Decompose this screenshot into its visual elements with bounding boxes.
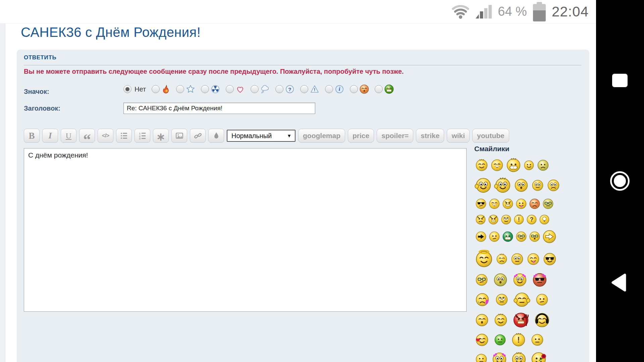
bbcode-youtube-button[interactable]: youtube xyxy=(472,129,509,143)
smiley-mutter[interactable] xyxy=(537,160,549,171)
format-quote-button[interactable]: “ xyxy=(79,129,95,143)
smiley-red-girl[interactable] xyxy=(533,273,547,287)
smiley-smug[interactable] xyxy=(476,159,488,171)
smiley-laugh-tongue[interactable] xyxy=(527,253,539,265)
smiley-skeptic[interactable] xyxy=(489,231,500,242)
smiley-angel[interactable] xyxy=(476,251,492,267)
icon-radio-info[interactable]: i xyxy=(325,84,344,94)
radio-button[interactable] xyxy=(176,85,184,93)
smiley-wide-eyes[interactable] xyxy=(532,180,543,191)
smilies-panel: Смайлики !?! xyxy=(474,145,578,362)
smiley-shock[interactable] xyxy=(515,179,528,192)
smiley-in-love[interactable] xyxy=(476,334,488,346)
smiley-cry[interactable] xyxy=(476,293,489,306)
smiley-search[interactable] xyxy=(511,253,523,265)
radio-button[interactable] xyxy=(201,85,209,93)
smiley-alarm[interactable]: ! xyxy=(512,333,525,347)
smiley-laugh[interactable] xyxy=(489,198,500,209)
smiley-annoyed[interactable] xyxy=(496,254,507,264)
bbcode-wiki-button[interactable]: wiki xyxy=(447,129,470,143)
icon-radio-heart[interactable] xyxy=(226,84,245,94)
smiley-worry[interactable] xyxy=(547,179,559,191)
smiley-look-up[interactable] xyxy=(496,294,508,306)
format-font-color-button[interactable] xyxy=(208,129,224,143)
smiley-groom[interactable] xyxy=(512,352,526,362)
radio-button[interactable] xyxy=(350,85,358,93)
smiley-green-grin[interactable] xyxy=(502,231,513,242)
smiley-evil-grin[interactable] xyxy=(488,215,498,225)
smiley-look-down[interactable] xyxy=(476,354,487,362)
font-size-select[interactable]: Нормальный ▼ xyxy=(227,130,296,142)
smiley-thumbs-up[interactable] xyxy=(515,292,529,307)
smiley-professor[interactable] xyxy=(529,231,540,242)
smiley-whistle[interactable] xyxy=(476,314,488,326)
format-image-button[interactable] xyxy=(171,129,187,143)
smiley-biggrin[interactable] xyxy=(491,159,503,171)
icon-radio-warning[interactable]: ! xyxy=(300,84,319,94)
smiley-smirk2[interactable] xyxy=(536,294,548,306)
smiley-bride[interactable] xyxy=(492,352,506,362)
smiley-blush[interactable] xyxy=(529,198,540,209)
smiley-geek[interactable] xyxy=(516,231,527,242)
radio-button[interactable] xyxy=(375,85,383,93)
radio-button[interactable] xyxy=(123,85,131,93)
format-asterisk-button[interactable]: ∗ xyxy=(153,129,169,143)
smiley-cute-smile[interactable] xyxy=(494,314,507,326)
smiley-sunglasses[interactable] xyxy=(543,253,556,265)
radio-button[interactable] xyxy=(251,85,259,93)
radio-button[interactable] xyxy=(226,85,234,93)
smiley-shock2[interactable] xyxy=(494,273,507,287)
icon-radio-none[interactable]: Нет xyxy=(123,85,146,93)
radio-button[interactable] xyxy=(325,85,333,93)
smiley-question-smiley[interactable]: ? xyxy=(527,215,537,225)
message-textarea[interactable]: С днём рождения! xyxy=(24,148,467,312)
smiley-idea[interactable] xyxy=(539,215,549,225)
smiley-victory[interactable] xyxy=(476,178,491,193)
format-list-ordered-button[interactable]: 123 xyxy=(135,129,150,143)
smiley-wink[interactable] xyxy=(524,160,534,170)
smiley-evil[interactable] xyxy=(476,215,486,225)
smiley-mumble[interactable] xyxy=(543,198,553,209)
smiley-grit[interactable] xyxy=(502,198,513,209)
smiley-girl-bows[interactable] xyxy=(513,273,527,287)
icon-radio-mrgreen[interactable] xyxy=(375,84,394,94)
smiley-tongue[interactable] xyxy=(516,198,527,209)
smiley-rose[interactable] xyxy=(531,352,546,362)
format-code-button[interactable]: </> xyxy=(98,129,113,143)
icon-radio-question[interactable]: ? xyxy=(275,84,294,94)
icon-radio-radiation[interactable] xyxy=(201,84,220,94)
bbcode-spoiler-button[interactable]: spoiler= xyxy=(377,129,413,143)
radio-button[interactable] xyxy=(300,85,308,93)
bbcode-price-button[interactable]: price xyxy=(348,129,374,143)
smiley-shifty[interactable] xyxy=(531,334,543,346)
recents-icon[interactable] xyxy=(612,74,628,87)
icon-radio-thought-cloud[interactable] xyxy=(251,84,270,94)
svg-text:i: i xyxy=(339,86,340,92)
bbcode-strike-button[interactable]: strike xyxy=(416,129,444,143)
subject-input[interactable] xyxy=(123,103,315,114)
format-link-button[interactable] xyxy=(190,129,206,143)
smiley-lol[interactable] xyxy=(506,158,521,172)
bbcode-googlemap-button[interactable]: googlemap xyxy=(298,129,345,143)
smiley-exit[interactable] xyxy=(543,230,556,243)
icon-radio-star[interactable] xyxy=(176,84,195,94)
smiley-headphones[interactable] xyxy=(535,313,549,327)
format-bold-button[interactable]: B xyxy=(24,129,40,143)
radio-button[interactable] xyxy=(275,85,283,93)
smiley-cool-smirk[interactable] xyxy=(476,198,486,209)
back-icon[interactable] xyxy=(611,274,627,292)
smiley-rolleyes[interactable] xyxy=(501,215,511,225)
format-list-bullet-button[interactable] xyxy=(116,129,132,143)
smiley-specs[interactable] xyxy=(476,274,488,286)
home-icon[interactable] xyxy=(610,171,630,191)
smiley-exclaim[interactable]: ! xyxy=(514,215,524,225)
format-underline-button[interactable]: U xyxy=(61,129,76,143)
icon-radio-redface[interactable] xyxy=(350,84,369,94)
format-italic-button[interactable]: I xyxy=(42,129,58,143)
smiley-devil[interactable] xyxy=(513,312,529,328)
icon-radio-fire[interactable] xyxy=(152,84,170,94)
radio-button[interactable] xyxy=(152,85,160,93)
smiley-arrow[interactable] xyxy=(476,231,486,242)
smiley-hi[interactable] xyxy=(495,178,511,193)
smiley-sick[interactable] xyxy=(494,334,506,346)
